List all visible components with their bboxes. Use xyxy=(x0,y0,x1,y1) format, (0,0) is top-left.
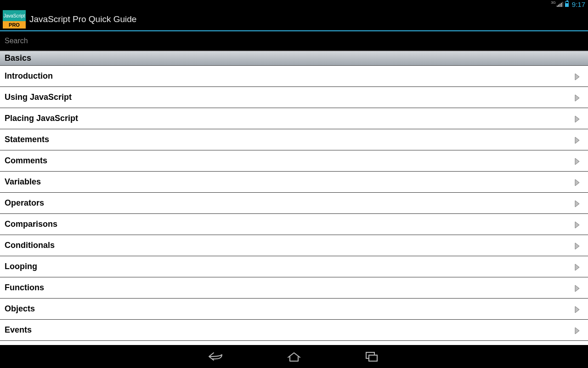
topic-row[interactable]: Comments xyxy=(0,150,588,172)
chevron-right-icon xyxy=(574,115,581,122)
back-button[interactable] xyxy=(207,350,225,363)
topic-row[interactable]: Operators xyxy=(0,193,588,214)
topic-row[interactable]: Events xyxy=(0,320,588,341)
topic-list[interactable]: Basics IntroductionUsing JavaScriptPlaci… xyxy=(0,51,588,345)
chevron-right-icon xyxy=(574,221,581,228)
home-button[interactable] xyxy=(285,350,303,363)
topic-label: Introduction xyxy=(5,71,53,81)
topic-label: Objects xyxy=(5,304,35,314)
chevron-right-icon xyxy=(574,94,581,101)
topic-label: Variables xyxy=(5,177,41,187)
search-input[interactable] xyxy=(5,37,583,45)
chevron-right-icon xyxy=(574,242,581,249)
network-label: 3G xyxy=(551,0,556,5)
topic-row[interactable]: Functions xyxy=(0,277,588,299)
chevron-right-icon xyxy=(574,264,581,270)
topic-label: Looping xyxy=(5,262,37,271)
chevron-right-icon xyxy=(574,285,581,291)
status-bar: 3G 9:17 xyxy=(0,0,588,8)
chevron-right-icon xyxy=(574,306,581,312)
topic-label: Placing JavaScript xyxy=(5,114,78,123)
topic-row[interactable]: Comparisons xyxy=(0,214,588,235)
topic-label: Events xyxy=(5,325,32,335)
topic-row[interactable]: Conditionals xyxy=(0,235,588,256)
topic-label: Operators xyxy=(5,198,44,208)
recents-button[interactable] xyxy=(363,350,381,363)
topic-row[interactable]: Using JavaScript xyxy=(0,87,588,108)
battery-icon xyxy=(565,1,569,7)
topic-label: Statements xyxy=(5,135,49,144)
topic-row[interactable]: Placing JavaScript xyxy=(0,108,588,129)
navigation-bar xyxy=(0,345,588,368)
topic-row[interactable]: Looping xyxy=(0,256,588,277)
chevron-right-icon xyxy=(574,179,581,185)
topic-label: Functions xyxy=(5,283,44,293)
chevron-right-icon xyxy=(574,158,581,164)
topic-row[interactable]: Introduction xyxy=(0,66,588,87)
app-icon-top-label: JavaScript xyxy=(3,10,26,21)
chevron-right-icon xyxy=(574,137,581,143)
topic-label: Comments xyxy=(5,156,47,166)
svg-rect-1 xyxy=(369,355,377,361)
signal-icon xyxy=(557,1,563,7)
topic-row[interactable]: Objects xyxy=(0,299,588,320)
topic-label: Using JavaScript xyxy=(5,92,72,102)
app-icon-bottom-label: PRO xyxy=(3,21,26,29)
action-bar: JavaScript PRO JavaScript Pro Quick Guid… xyxy=(0,8,588,31)
chevron-right-icon xyxy=(574,73,581,80)
app-title: JavaScript Pro Quick Guide xyxy=(29,14,136,24)
topic-label: Conditionals xyxy=(5,241,55,250)
section-header-basics: Basics xyxy=(0,51,588,66)
app-icon[interactable]: JavaScript PRO xyxy=(3,10,26,29)
topic-row[interactable]: Statements xyxy=(0,129,588,150)
chevron-right-icon xyxy=(574,327,581,334)
topic-row[interactable]: Variables xyxy=(0,172,588,193)
search-row xyxy=(0,31,588,51)
chevron-right-icon xyxy=(574,200,581,207)
topic-label: Comparisons xyxy=(5,219,57,229)
clock: 9:17 xyxy=(571,0,585,8)
